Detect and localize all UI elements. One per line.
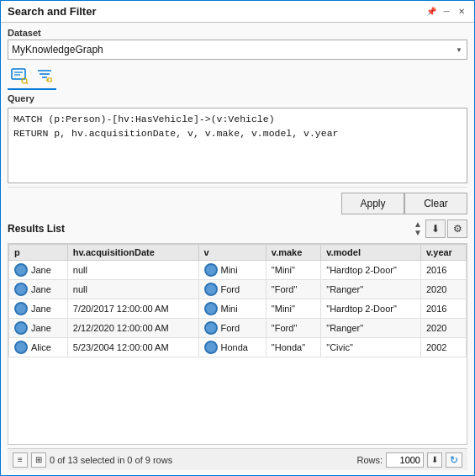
col-header-vyear[interactable]: v.year bbox=[420, 245, 466, 261]
svg-rect-0 bbox=[12, 69, 25, 79]
col-header-vmake[interactable]: v.make bbox=[266, 245, 320, 261]
table-row[interactable]: JanenullFord"Ford""Ranger"2020 bbox=[9, 280, 467, 299]
col-header-p[interactable]: p bbox=[9, 245, 68, 261]
cell-vyear: 2016 bbox=[420, 261, 466, 280]
refresh-button[interactable]: ↻ bbox=[446, 452, 462, 468]
results-header: Results List ▲ ▼ ⬇ ⚙ bbox=[8, 219, 467, 238]
cell-vmake: "Mini" bbox=[266, 299, 320, 319]
table-view-button[interactable]: ≡ bbox=[13, 452, 28, 468]
cell-vyear: 2002 bbox=[420, 338, 466, 357]
dataset-section: Dataset MyKnowledgeGraph bbox=[8, 28, 467, 60]
results-table-wrapper: p hv.acquisitionDate v v.make v.model v.… bbox=[8, 243, 467, 445]
results-table: p hv.acquisitionDate v v.make v.model v.… bbox=[8, 244, 467, 357]
status-bar: ≡ ⊞ 0 of 13 selected in 0 of 9 rows Rows… bbox=[8, 448, 467, 470]
table-row[interactable]: Jane7/20/2017 12:00:00 AMMini"Mini""Hard… bbox=[9, 299, 467, 319]
table-inner[interactable]: p hv.acquisitionDate v v.make v.model v.… bbox=[8, 244, 467, 444]
dataset-select-wrapper: MyKnowledgeGraph bbox=[8, 40, 467, 60]
cell-p: Alice bbox=[9, 338, 68, 357]
window-title: Search and Filter bbox=[8, 5, 96, 18]
rows-label: Rows: bbox=[356, 455, 383, 465]
cell-vmodel: "Ranger" bbox=[321, 280, 421, 299]
cell-p: Jane bbox=[9, 299, 68, 319]
cell-vmake: "Mini" bbox=[266, 261, 320, 280]
cell-date: null bbox=[67, 280, 198, 299]
download-results-button[interactable]: ⬇ bbox=[425, 219, 446, 238]
results-toolbar: ▲ ▼ ⬇ ⚙ bbox=[414, 219, 467, 238]
table-scroll-area: p hv.acquisitionDate v v.make v.model v.… bbox=[8, 244, 467, 444]
table-row[interactable]: JanenullMini"Mini""Hardtop 2-Door"2016 bbox=[9, 261, 467, 280]
query-section: Query bbox=[8, 93, 467, 183]
main-content: Dataset MyKnowledgeGraph bbox=[1, 23, 474, 475]
cell-v: Mini bbox=[198, 299, 266, 319]
cell-v: Ford bbox=[198, 319, 266, 338]
filter-toolbar-button[interactable] bbox=[33, 65, 56, 87]
status-left: ≡ ⊞ 0 of 13 selected in 0 of 9 rows bbox=[13, 452, 172, 468]
query-textarea[interactable] bbox=[8, 108, 467, 183]
svg-marker-8 bbox=[48, 78, 51, 82]
sort-arrows: ▲ ▼ bbox=[414, 220, 422, 237]
table-row[interactable]: Jane2/12/2020 12:00:00 AMFord"Ford""Rang… bbox=[9, 319, 467, 338]
cell-vmake: "Ford" bbox=[266, 280, 320, 299]
scroll-down-button[interactable]: ⬇ bbox=[427, 452, 442, 468]
cell-p: Jane bbox=[9, 319, 68, 338]
sort-down-icon: ▼ bbox=[414, 229, 422, 237]
svg-line-4 bbox=[27, 83, 29, 85]
cell-vyear: 2016 bbox=[420, 299, 466, 319]
cell-vyear: 2020 bbox=[420, 280, 466, 299]
cell-vmodel: "Civic" bbox=[321, 338, 421, 357]
status-right: Rows: ⬇ ↻ bbox=[356, 452, 462, 468]
query-toolbar-button[interactable] bbox=[8, 65, 31, 87]
results-label: Results List bbox=[8, 223, 65, 235]
cell-v: Ford bbox=[198, 280, 266, 299]
title-bar: Search and Filter 📌 ─ ✕ bbox=[1, 1, 474, 23]
cell-p: Jane bbox=[9, 261, 68, 280]
cell-vmodel: "Hardtop 2-Door" bbox=[321, 261, 421, 280]
col-header-vmodel[interactable]: v.model bbox=[321, 245, 421, 261]
cell-date: 2/12/2020 12:00:00 AM bbox=[67, 319, 198, 338]
dataset-select[interactable]: MyKnowledgeGraph bbox=[8, 40, 467, 60]
cell-vmodel: "Hardtop 2-Door" bbox=[321, 299, 421, 319]
rows-input[interactable] bbox=[386, 452, 424, 468]
cell-date: 7/20/2017 12:00:00 AM bbox=[67, 299, 198, 319]
cell-vmodel: "Ranger" bbox=[321, 319, 421, 338]
apply-button[interactable]: Apply bbox=[341, 193, 404, 214]
query-label: Query bbox=[8, 93, 467, 103]
col-header-hv-date[interactable]: hv.acquisitionDate bbox=[67, 245, 198, 261]
status-text: 0 of 13 selected in 0 of 9 rows bbox=[50, 455, 172, 465]
search-filter-window: Search and Filter 📌 ─ ✕ Dataset MyKnowle… bbox=[0, 0, 475, 476]
apply-clear-row: Apply Clear bbox=[8, 187, 467, 216]
title-controls: 📌 ─ ✕ bbox=[425, 6, 467, 18]
toolbar-icons bbox=[8, 63, 56, 90]
cell-date: null bbox=[67, 261, 198, 280]
minimize-button[interactable]: ─ bbox=[441, 6, 452, 18]
clear-button[interactable]: Clear bbox=[404, 193, 467, 214]
settings-results-button[interactable]: ⚙ bbox=[447, 219, 467, 238]
cell-v: Honda bbox=[198, 338, 266, 357]
query-icon bbox=[10, 67, 29, 84]
cell-vyear: 2020 bbox=[420, 319, 466, 338]
cell-date: 5/23/2004 12:00:00 AM bbox=[67, 338, 198, 357]
cell-vmake: "Honda" bbox=[266, 338, 320, 357]
table-row[interactable]: Alice5/23/2004 12:00:00 AMHonda"Honda""C… bbox=[9, 338, 467, 357]
cell-p: Jane bbox=[9, 280, 68, 299]
col-header-v[interactable]: v bbox=[198, 245, 266, 261]
filter-icon bbox=[35, 67, 54, 84]
list-view-button[interactable]: ⊞ bbox=[31, 452, 46, 468]
dataset-label: Dataset bbox=[8, 28, 467, 38]
close-button[interactable]: ✕ bbox=[456, 6, 467, 18]
cell-v: Mini bbox=[198, 261, 266, 280]
cell-vmake: "Ford" bbox=[266, 319, 320, 338]
pin-button[interactable]: 📌 bbox=[425, 6, 437, 18]
